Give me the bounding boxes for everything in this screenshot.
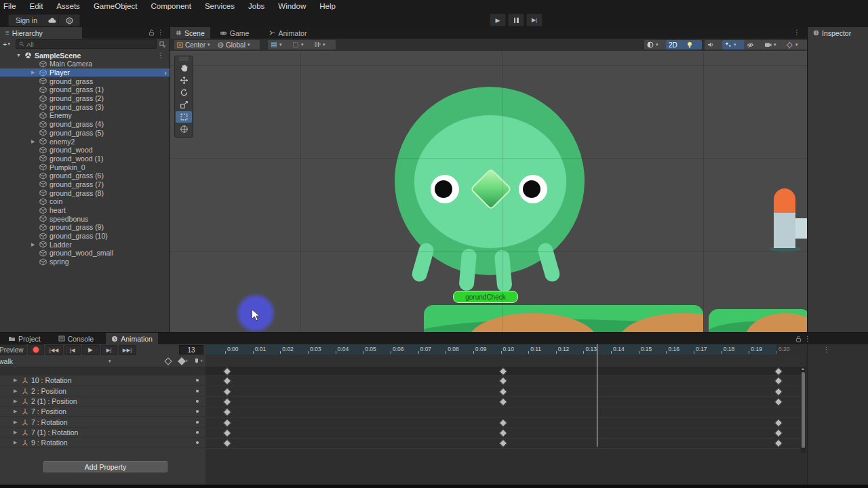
gizmos-dropdown[interactable]: ▾ — [783, 40, 809, 49]
scene-canvas[interactable]: gorundCheck — [170, 51, 807, 332]
hierarchy-item[interactable]: ▶ Player › — [0, 68, 170, 77]
menu-item[interactable]: GameObject — [87, 0, 144, 12]
keyframe-diamond[interactable] — [775, 420, 782, 426]
hierarchy-item[interactable]: ▶ heart › — [0, 206, 170, 215]
transform-tool-button[interactable] — [176, 123, 192, 135]
menu-item[interactable]: Assets — [50, 0, 87, 12]
tab-inspector[interactable]: Inspector — [808, 27, 868, 39]
hierarchy-item[interactable]: ▶ ground_grass (4) › — [0, 120, 170, 129]
tool-handle-pivot-dropdown[interactable]: Center▾ — [174, 40, 216, 49]
expand-arrow-icon[interactable]: ▶ — [31, 139, 35, 144]
effects-dropdown[interactable]: ▾ — [722, 40, 747, 49]
keyframe-diamond[interactable] — [775, 440, 782, 447]
property-value-menu[interactable] — [196, 410, 199, 413]
scene-menu-kebab[interactable]: ⋮ — [157, 52, 164, 59]
keyframe-diamond[interactable] — [500, 368, 507, 375]
hierarchy-item[interactable]: ▶ ground_grass (9) › — [0, 223, 170, 232]
tab-game[interactable]: Game — [214, 27, 255, 39]
hierarchy-scene-row[interactable]: ▼ SampleScene ⋮ — [0, 51, 170, 60]
keyframe-diamond[interactable] — [224, 378, 231, 384]
expand-arrow-icon[interactable]: ▶ — [14, 430, 17, 435]
sign-in-button[interactable]: Sign in — [8, 14, 45, 26]
last-key-button[interactable]: ▶▶| — [119, 345, 136, 355]
property-value-menu[interactable] — [196, 421, 199, 424]
prefab-open-chevron[interactable]: › — [164, 68, 167, 77]
snap-settings-dropdown[interactable]: ▾ — [311, 40, 336, 49]
clip-dropdown[interactable]: walk — [0, 357, 13, 365]
animation-property-row[interactable]: ▶ 2 : Position — [0, 386, 205, 396]
hierarchy-item[interactable]: ▶ coin › — [0, 197, 170, 206]
camera-settings-dropdown[interactable]: ▾ — [762, 40, 786, 49]
shading-mode-dropdown[interactable]: ▾ — [644, 40, 669, 49]
expand-arrow-icon[interactable]: ▶ — [14, 378, 17, 383]
rotate-tool-button[interactable] — [176, 87, 192, 98]
dopesheet-menu-kebab[interactable]: ⋮ — [823, 346, 830, 353]
menu-item[interactable]: Component — [144, 0, 197, 12]
keyframe-diamond[interactable] — [224, 430, 231, 436]
hierarchy-item[interactable]: ▶ Ladder › — [0, 240, 170, 249]
keyframe-diamond[interactable] — [775, 378, 782, 384]
dopesheet-row[interactable] — [205, 386, 805, 396]
menu-item[interactable]: Edit — [23, 0, 50, 12]
hierarchy-item[interactable]: ▶ ground_grass (8) › — [0, 188, 170, 197]
keyframe-diamond[interactable] — [500, 440, 507, 447]
first-key-button[interactable]: |◀◀ — [45, 345, 63, 355]
animation-menu-kebab[interactable]: ⋮ — [804, 336, 811, 342]
hierarchy-item[interactable]: ▶ ground_grass (7) › — [0, 180, 170, 189]
keyframe-diamond[interactable] — [500, 420, 507, 426]
hierarchy-item[interactable]: ▶ ground_grass (5) › — [0, 129, 170, 138]
move-snap-dropdown[interactable]: ▾ — [290, 40, 314, 49]
keyframe-diamond[interactable] — [224, 388, 231, 395]
add-keyframe-button[interactable]: + — [179, 358, 189, 364]
expand-arrow-icon[interactable]: ▶ — [14, 420, 17, 425]
keyframe-diamond[interactable] — [775, 399, 782, 405]
record-button[interactable] — [28, 344, 44, 355]
package-manager-button[interactable] — [58, 14, 80, 26]
hierarchy-item[interactable]: ▶ ground_wood (1) › — [0, 155, 170, 163]
hand-tool-button[interactable] — [176, 62, 192, 74]
palette-drag-handle[interactable] — [175, 56, 193, 62]
keyframe-diamond[interactable] — [500, 399, 507, 405]
add-event-button[interactable]: + — [194, 358, 203, 365]
expand-arrow-icon[interactable]: ▶ — [14, 399, 17, 404]
add-property-button[interactable]: Add Property — [43, 461, 167, 472]
scene-picker-icon[interactable] — [159, 41, 165, 47]
lock-icon[interactable] — [795, 336, 802, 342]
hierarchy-item[interactable]: ▶ ground_grass (10) › — [0, 232, 170, 241]
current-keyframe-indicator[interactable] — [165, 359, 171, 364]
keyframe-diamond[interactable] — [224, 409, 231, 415]
hierarchy-item[interactable]: ▶ spring › — [0, 258, 170, 266]
property-value-menu[interactable] — [196, 441, 199, 444]
keyframe-diamond[interactable] — [224, 420, 231, 426]
keyframe-diamond[interactable] — [224, 399, 231, 405]
dopesheet-row[interactable] — [205, 397, 805, 407]
hierarchy-item[interactable]: ▶ ground_grass (2) › — [0, 94, 170, 103]
grid-snapping-toggle[interactable]: ▾ — [268, 40, 292, 49]
hierarchy-item[interactable]: ▶ ground_wood_small › — [0, 249, 170, 258]
tab-project[interactable]: Project — [3, 333, 46, 344]
rect-tool-button[interactable] — [176, 111, 192, 123]
keyframe-diamond[interactable] — [500, 430, 507, 436]
dopesheet-row[interactable] — [205, 428, 805, 439]
property-value-menu[interactable] — [196, 390, 199, 392]
play-button[interactable]: ▶ — [490, 14, 506, 26]
dopesheet-row[interactable] — [205, 376, 805, 386]
hierarchy-item[interactable]: ▶ ground_grass (1) › — [0, 85, 170, 94]
expand-arrow-icon[interactable]: ▶ — [14, 409, 17, 414]
dopesheet-row[interactable] — [205, 418, 805, 428]
previous-key-button[interactable]: |◀ — [64, 345, 81, 355]
keyframe-diamond[interactable] — [775, 430, 782, 436]
pause-button[interactable] — [508, 14, 524, 26]
lock-icon[interactable] — [149, 29, 155, 36]
animation-property-row[interactable]: ▶ 9 : Rotation — [0, 438, 205, 448]
menu-item[interactable]: Services — [198, 0, 241, 12]
tab-animation[interactable]: Animation — [106, 333, 158, 344]
tab-animator[interactable]: Animator — [264, 27, 312, 39]
2d-mode-toggle[interactable]: 2D — [666, 40, 685, 49]
keyframe-diamond[interactable] — [224, 440, 231, 447]
next-key-button[interactable]: ▶| — [101, 345, 117, 355]
animation-property-row[interactable]: ▶ 10 : Rotation — [0, 375, 205, 386]
search-input[interactable]: All — [16, 39, 157, 49]
hierarchy-item[interactable]: ▶ Pumpkin_0 › — [0, 163, 170, 171]
hierarchy-item[interactable]: ▶ Main Camera › — [0, 60, 170, 68]
